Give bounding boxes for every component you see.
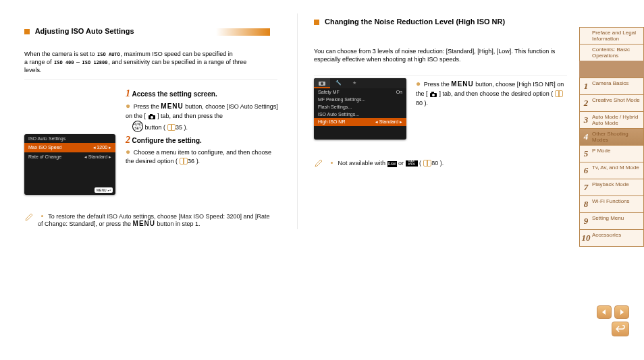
left-section-title: Adjusting ISO Auto Settings — [24, 27, 134, 35]
bullet-icon: ● — [416, 79, 421, 88]
step-1-title: Access the setting screen. — [132, 90, 217, 98]
page-ref-icon — [167, 124, 174, 129]
lcd-item-iso-auto: ISO Auto Settings... — [314, 111, 406, 118]
chapter-tabs: Preface and Legal Information Contents: … — [579, 27, 644, 247]
iso-12800-icon: ISO 12800 — [82, 61, 108, 65]
camera-lcd-iso-auto: ISO Auto Settings Max ISO Speed ◂ 3200 ▸… — [24, 134, 115, 195]
svg-rect-1 — [150, 114, 153, 116]
divider — [314, 75, 567, 76]
iso-auto-icon: ISO AUTO — [97, 53, 120, 57]
lcd-tab-setup-icon: 🔧 — [330, 78, 346, 88]
lcd-item-high-iso-nr: High ISO NR◂ Standard ▸ — [314, 118, 406, 126]
lcd-row-rate: Rate of Change ◂ Standard ▸ — [24, 152, 115, 162]
column-separator — [297, 13, 298, 229]
page-ref-35[interactable]: 35 — [176, 124, 182, 131]
step-number-1: 1 — [126, 88, 130, 98]
lcd-item-mf-peaking: MF Peaking Settings... — [314, 96, 406, 103]
stills-icon — [24, 29, 30, 34]
page-ref-icon — [423, 160, 430, 165]
tab-chapter-2[interactable]: 2Creative Shot Mode — [579, 94, 644, 112]
lcd-row-max-iso: Max ISO Speed ◂ 3200 ▸ — [24, 143, 115, 152]
prev-page-button[interactable] — [597, 305, 612, 319]
tab-chapter-1[interactable]: 1Camera Basics — [579, 78, 644, 95]
stills-icon — [314, 20, 319, 25]
lcd-item-flash: Flash Settings... — [314, 103, 406, 111]
camera-lcd-high-iso-nr: 🔧 ★ Safety MFOn MF Peaking Settings... F… — [314, 78, 406, 140]
svg-point-7 — [321, 82, 323, 85]
right-note: Not available with RAW or RAW JPEG ( 80 … — [327, 160, 564, 167]
step-1-text: Press the — [134, 103, 159, 110]
svg-rect-4 — [431, 92, 434, 94]
tab-chapter-5[interactable]: 5P Mode — [579, 145, 644, 162]
bullet-icon: ● — [126, 147, 130, 156]
tab-chapter-4[interactable]: 4Other Shooting Modes — [579, 128, 644, 146]
return-button[interactable] — [612, 322, 629, 336]
bullet-icon: ● — [126, 101, 130, 111]
next-page-button[interactable] — [614, 305, 629, 319]
tab-chapter-9[interactable]: 9Setting Menu — [579, 212, 644, 230]
section-banner-fade — [216, 28, 270, 36]
page-ref-icon — [555, 90, 562, 96]
note-bullet-icon — [41, 215, 43, 217]
step-number-2: 2 — [126, 135, 130, 145]
menu-button-icon: MENU — [161, 102, 183, 110]
note-pencil-icon — [24, 212, 34, 222]
lcd-item-safety-mf: Safety MFOn — [314, 88, 406, 96]
note-bullet-icon — [331, 162, 333, 164]
camera-tab-icon — [429, 89, 437, 98]
menu-button-icon: MENU — [133, 220, 155, 227]
iso-400-icon: ISO 400 — [54, 61, 74, 65]
tab-contents[interactable]: Contents: Basic Operations — [579, 44, 644, 61]
svg-point-5 — [432, 94, 435, 96]
func-set-icon: FUNC. SET — [132, 121, 143, 132]
page-ref-icon — [180, 158, 186, 163]
step-2-title: Configure the setting. — [132, 137, 202, 144]
raw-jpeg-icon: RAW JPEG — [406, 160, 418, 167]
svg-point-2 — [151, 116, 153, 119]
lcd-tab-shoot-icon — [314, 78, 330, 88]
lcd-tabbar: 🔧 ★ — [314, 78, 406, 88]
left-step-1: 1 Access the setting screen. ● Press the… — [126, 88, 281, 132]
note-pencil-icon — [314, 158, 323, 168]
page-ref-35-right[interactable]: 80 — [416, 100, 423, 107]
camera-tab-icon — [148, 111, 156, 121]
right-body: You can choose from 3 levels of noise re… — [314, 47, 564, 63]
tab-chapter-10[interactable]: 10Accessories — [579, 229, 644, 247]
divider — [24, 79, 277, 80]
tab-chapter-7[interactable]: 7Playback Mode — [579, 179, 644, 196]
lcd-menu-return: MENU ⮐ — [95, 187, 113, 193]
menu-button-icon: MENU — [451, 80, 473, 88]
tab-chapter-6[interactable]: 6Tv, Av, and M Mode — [579, 162, 644, 179]
lcd-tab-star-icon: ★ — [346, 78, 363, 88]
left-body: When the camera is set to ISO AUTO, maxi… — [24, 50, 274, 74]
right-step-1: ● Press the MENU button, choose [High IS… — [416, 79, 564, 108]
page-ref-80[interactable]: 80 — [431, 160, 438, 167]
right-section-title: Changing the Noise Reduction Level (High… — [314, 18, 564, 26]
left-note: To restore the default ISO Auto settings… — [38, 213, 274, 227]
raw-icon: RAW — [387, 161, 397, 167]
left-step-2: 2 Configure the setting. ● Choose a menu… — [126, 135, 281, 166]
page-nav — [597, 305, 629, 336]
tab-advanced-guide — [579, 61, 644, 78]
tab-chapter-8[interactable]: 8Wi-Fi Functions — [579, 196, 644, 213]
tab-preface[interactable]: Preface and Legal Information — [579, 27, 644, 44]
tab-chapter-3[interactable]: 3Auto Mode / Hybrid Auto Mode — [579, 111, 644, 129]
lcd-title: ISO Auto Settings — [24, 134, 115, 143]
page-ref-36[interactable]: 36 — [188, 158, 194, 164]
